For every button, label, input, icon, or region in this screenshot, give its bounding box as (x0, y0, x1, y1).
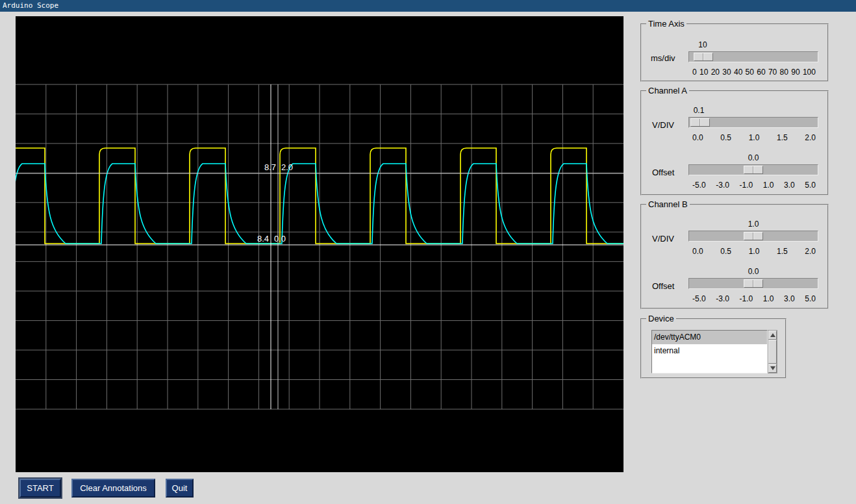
tick-label: 1.0 (763, 294, 774, 303)
slider-ticks: 0102030405060708090100 (692, 68, 816, 77)
tick-label: 20 (711, 68, 720, 77)
tick-label: 1.5 (777, 247, 788, 256)
window-title: Arduino Scope (3, 1, 58, 10)
slider-value: 0.0 (748, 267, 759, 276)
tick-label: -5.0 (692, 181, 706, 190)
channel-a-vdiv-slider[interactable]: 0.1 0.00.51.01.52.0 (688, 106, 818, 144)
tick-label: -1.0 (740, 181, 753, 190)
channel-a-offset-label: Offset (652, 168, 674, 177)
scope-svg: 8.72.08.40.0 (16, 16, 623, 472)
slider-handle[interactable] (744, 279, 763, 288)
tick-label: 2.0 (805, 247, 816, 256)
scroll-down-button[interactable] (768, 364, 777, 373)
device-list-item[interactable]: internal (652, 344, 767, 358)
tick-label: 0.5 (720, 247, 731, 256)
slider-ticks: -5.0-3.0-1.01.03.05.0 (692, 294, 816, 303)
tick-label: 10 (699, 68, 708, 77)
tick-label: 30 (722, 68, 731, 77)
channel-b-offset-slider[interactable]: 0.0 -5.0-3.0-1.01.03.05.0 (688, 267, 818, 305)
slider-value: 0.1 (694, 106, 705, 115)
time-axis-group-label: Time Axis (646, 19, 686, 29)
slider-handle[interactable] (690, 118, 710, 127)
tick-label: 50 (746, 68, 754, 77)
slider-trough[interactable] (688, 164, 818, 175)
tick-label: 70 (768, 68, 777, 77)
clear-annotations-button[interactable]: Clear Annotations (71, 479, 155, 498)
tick-label: 100 (803, 68, 816, 77)
slider-handle[interactable] (694, 53, 713, 61)
slider-trough[interactable] (688, 278, 818, 289)
svg-text:8.7: 8.7 (264, 162, 276, 172)
device-listbox[interactable]: /dev/ttyACM0internal (651, 330, 768, 373)
tick-label: 0 (692, 68, 697, 77)
tick-label: -3.0 (716, 181, 729, 190)
slider-handle[interactable] (744, 232, 763, 240)
slider-ticks: 0.00.51.01.52.0 (692, 133, 816, 142)
tick-label: 90 (791, 68, 799, 77)
channel-a-group-label: Channel A (646, 86, 689, 95)
tick-label: 40 (734, 68, 742, 77)
slider-ticks: -5.0-3.0-1.01.03.05.0 (692, 181, 816, 190)
tick-label: 0.0 (692, 247, 703, 256)
channel-a-group: Channel A V/DIV 0.1 0.00.51.01.52.0 Offs… (640, 90, 829, 195)
slider-trough[interactable] (688, 231, 818, 242)
tick-label: 1.0 (749, 133, 760, 142)
channel-b-vdiv-label: V/DIV (652, 234, 674, 244)
time-axis-group: Time Axis ms/div 10 01020304050607080901… (640, 23, 829, 82)
tick-label: 1.0 (749, 247, 760, 256)
ms-div-slider[interactable]: 10 0102030405060708090100 (688, 40, 818, 78)
svg-text:2.0: 2.0 (281, 162, 293, 172)
channel-b-offset-label: Offset (652, 281, 674, 291)
channel-b-group-label: Channel B (646, 199, 690, 209)
device-list-item[interactable]: /dev/ttyACM0 (652, 331, 767, 344)
tick-label: 3.0 (784, 181, 795, 190)
slider-value: 10 (698, 40, 707, 49)
start-button[interactable]: START (19, 479, 61, 498)
scroll-up-button[interactable] (768, 331, 777, 340)
slider-value: 0.0 (748, 153, 759, 162)
slider-trough[interactable] (688, 51, 818, 62)
tick-label: 80 (780, 68, 788, 77)
svg-text:8.4: 8.4 (257, 234, 269, 244)
tick-label: -1.0 (740, 294, 753, 303)
tick-label: 60 (757, 68, 765, 77)
slider-value: 1.0 (748, 220, 759, 229)
tick-label: 2.0 (805, 133, 816, 142)
scope-canvas[interactable]: 8.72.08.40.0 (16, 16, 623, 472)
channel-a-vdiv-label: V/DIV (652, 120, 674, 130)
quit-button[interactable]: Quit (166, 479, 194, 498)
arrow-down-icon (770, 366, 775, 370)
tick-label: 5.0 (805, 294, 816, 303)
channel-b-vdiv-slider[interactable]: 1.0 0.00.51.01.52.0 (688, 220, 818, 257)
ms-div-label: ms/div (651, 53, 675, 63)
device-group: Device /dev/ttyACM0internal (640, 318, 787, 379)
scrollbar-thumb[interactable] (768, 340, 777, 364)
window-titlebar[interactable]: Arduino Scope (0, 0, 856, 12)
arrow-up-icon (770, 333, 775, 337)
tick-label: 0.0 (692, 133, 703, 142)
device-scrollbar[interactable] (768, 330, 777, 373)
channel-a-offset-slider[interactable]: 0.0 -5.0-3.0-1.01.03.05.0 (688, 153, 818, 191)
tick-label: 5.0 (805, 181, 816, 190)
channel-b-group: Channel B V/DIV 1.0 0.00.51.01.52.0 Offs… (640, 204, 829, 309)
slider-ticks: 0.00.51.01.52.0 (692, 247, 816, 256)
tick-label: -3.0 (716, 294, 729, 303)
tick-label: -5.0 (692, 294, 706, 303)
tick-label: 1.0 (763, 181, 774, 190)
slider-handle[interactable] (744, 166, 763, 174)
tick-label: 0.5 (720, 133, 731, 142)
slider-trough[interactable] (688, 117, 818, 128)
device-group-label: Device (646, 314, 676, 323)
tick-label: 3.0 (784, 294, 795, 303)
tick-label: 1.5 (777, 133, 788, 142)
svg-text:0.0: 0.0 (274, 234, 286, 244)
